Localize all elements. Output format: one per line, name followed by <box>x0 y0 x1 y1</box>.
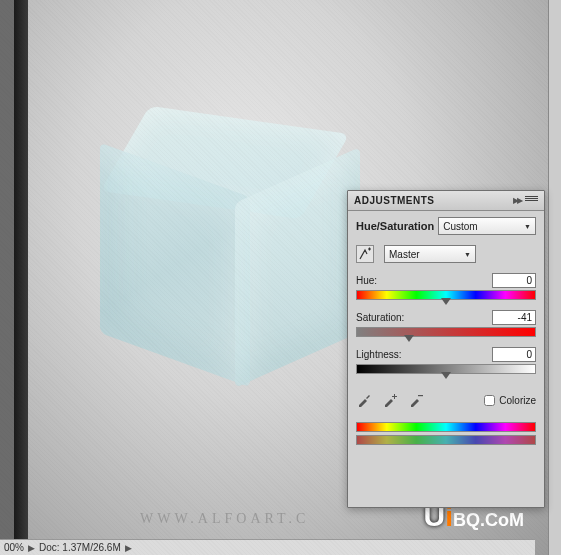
lightness-slider[interactable] <box>356 364 536 374</box>
spectrum-after <box>356 435 536 445</box>
chevron-right-icon[interactable]: ▶ <box>125 543 132 553</box>
lightness-thumb[interactable] <box>441 372 451 379</box>
chevron-right-icon[interactable]: ▶ <box>28 543 35 553</box>
panel-header[interactable]: ADJUSTMENTS ▶▶ <box>348 191 544 211</box>
watermark-text: WWW.ALFOART.C <box>140 511 309 527</box>
targeted-adjustment-icon[interactable] <box>356 245 374 263</box>
svg-rect-0 <box>418 395 423 396</box>
panel-title: ADJUSTMENTS <box>354 195 435 206</box>
eyedropper-icon[interactable] <box>356 392 372 408</box>
colorize-label: Colorize <box>499 395 536 406</box>
hue-thumb[interactable] <box>441 298 451 305</box>
ice-cube-artwork <box>105 120 355 390</box>
saturation-thumb[interactable] <box>404 335 414 342</box>
vertical-scrollbar[interactable] <box>548 0 561 555</box>
saturation-slider-group: Saturation: -41 <box>356 310 536 337</box>
saturation-label: Saturation: <box>356 312 404 323</box>
spectrum-before <box>356 422 536 432</box>
hue-slider-group: Hue: 0 <box>356 273 536 300</box>
colorize-option[interactable]: Colorize <box>484 395 536 406</box>
colorize-checkbox[interactable] <box>484 395 495 406</box>
saturation-value[interactable]: -41 <box>492 310 536 325</box>
lightness-label: Lightness: <box>356 349 402 360</box>
doc-edge <box>14 0 28 555</box>
doc-size: Doc: 1.37M/26.6M <box>39 542 121 553</box>
panel-menu-icon[interactable] <box>525 196 538 206</box>
hue-label: Hue: <box>356 275 377 286</box>
eyedropper-add-icon[interactable] <box>382 392 398 408</box>
lightness-value[interactable]: 0 <box>492 347 536 362</box>
adjustment-name: Hue/Saturation <box>356 220 434 232</box>
channel-dropdown[interactable]: Master <box>384 245 476 263</box>
hue-slider[interactable] <box>356 290 536 300</box>
hue-value[interactable]: 0 <box>492 273 536 288</box>
adjustments-panel: ADJUSTMENTS ▶▶ Hue/Saturation Custom Mas… <box>347 190 545 508</box>
collapse-arrows-icon[interactable]: ▶▶ <box>513 196 521 205</box>
saturation-slider[interactable] <box>356 327 536 337</box>
status-bar: 00% ▶ Doc: 1.37M/26.6M ▶ <box>0 539 535 555</box>
preset-dropdown[interactable]: Custom <box>438 217 536 235</box>
eyedropper-subtract-icon[interactable] <box>408 392 424 408</box>
lightness-slider-group: Lightness: 0 <box>356 347 536 374</box>
zoom-level[interactable]: 00% <box>4 542 24 553</box>
